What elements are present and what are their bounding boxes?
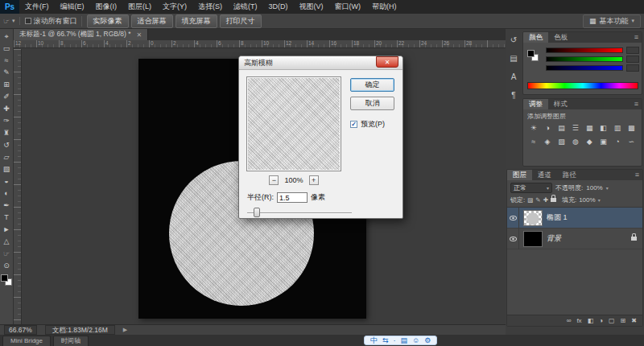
panel-menu-icon[interactable]: ≡ [631,99,642,109]
hand-tool[interactable]: ☞ [0,248,14,260]
layer-row-background[interactable]: 背景 [507,229,642,249]
menu-item[interactable]: 视图(V) [294,0,329,14]
red-value-field[interactable] [626,47,639,54]
view-option-button[interactable]: 打印尺寸 [220,14,262,28]
path-selection-tool[interactable]: ► [0,224,14,236]
view-option-button[interactable]: 填充屏幕 [175,14,217,28]
adjustment-icon[interactable]: ☀ [526,123,540,134]
preview-option[interactable]: ✓ 预览(P) [350,119,393,130]
panel-tab[interactable]: 路径 [557,170,582,180]
layer-style-icon[interactable]: fx [576,315,581,326]
menu-item[interactable]: 文件(F) [19,0,55,14]
workspace-switcher[interactable]: ▦ 基本功能 ▾ [583,14,641,28]
gradient-tool[interactable]: ▧ [0,163,14,175]
opacity-value[interactable]: 100% [586,184,602,192]
pen-tool[interactable]: ✒ [0,200,14,212]
adjustment-icon[interactable]: ◍ [568,137,582,147]
move-tool[interactable]: ⌖ [0,31,14,43]
menu-item[interactable]: 滤镜(T) [228,0,263,14]
eraser-tool[interactable]: ▱ [0,151,14,163]
lock-all-icon[interactable] [551,198,556,202]
zoom-in-button[interactable]: + [309,175,319,185]
foreground-color-swatch[interactable] [1,274,8,282]
adjustment-layer-icon[interactable]: ◑ [599,315,603,326]
close-icon[interactable]: ✕ [137,31,142,39]
menu-item[interactable]: 图层(L) [122,0,157,14]
slider-handle[interactable] [254,208,260,217]
quick-selection-tool[interactable]: ✎ [0,67,14,79]
zoom-level-field[interactable]: 66.67% [4,325,37,335]
panel-tab[interactable]: 图层 [507,170,532,180]
clone-stamp-tool[interactable]: ♜ [0,127,14,139]
panel-tab[interactable]: 通道 [532,170,557,180]
group-icon[interactable]: ▢ [609,315,615,326]
eyedropper-tool[interactable]: ✐ [0,91,14,103]
menu-item[interactable]: 文字(Y) [157,0,192,14]
adjustment-icon[interactable]: ▣ [597,137,610,147]
zoom-tool[interactable]: ⊙ [0,260,14,272]
adjustment-icon[interactable]: ◑ [540,123,554,134]
ime-settings-icon[interactable]: ⚙ [424,336,431,345]
adjustment-icon[interactable]: ☰ [568,123,582,134]
ime-keyboard-icon[interactable]: ▤ [401,336,408,345]
visibility-toggle[interactable] [507,229,519,249]
history-brush-tool[interactable]: ↺ [0,139,14,151]
blur-preview-area[interactable] [246,76,341,171]
green-slider-ramp[interactable] [546,56,623,62]
new-layer-icon[interactable]: ⊞ [621,315,626,326]
spectrum-ramp[interactable] [527,82,638,89]
panel-color-swatches[interactable] [527,50,539,61]
adjustment-icon[interactable]: ▦ [583,123,597,134]
adjustment-icon[interactable]: ∽ [625,137,638,147]
lasso-tool[interactable]: ≈ [0,55,14,67]
blend-mode-select[interactable]: 正常 ▾ [510,183,552,193]
crop-tool[interactable]: ⊞ [0,79,14,91]
type-tool[interactable]: T [0,212,14,224]
tool-preset-picker[interactable]: ☞ ▾ [3,17,20,25]
layer-mask-icon[interactable]: ◧ [588,315,594,326]
zoom-out-button[interactable]: − [269,175,279,185]
menu-item[interactable]: 选择(S) [192,0,228,14]
adjustment-icon[interactable]: ≈ [526,137,540,147]
layer-name[interactable]: 椭圆 1 [547,212,640,223]
layer-row-ellipse[interactable]: 椭圆 1 [507,208,642,229]
delete-layer-icon[interactable]: ✖ [631,315,637,326]
adjustment-icon[interactable]: ◆ [583,137,597,147]
ime-emoji-icon[interactable]: ☺ [412,336,419,345]
layer-name[interactable]: 背景 [547,233,627,244]
visibility-toggle[interactable] [507,208,519,229]
brush-tool[interactable]: ✑ [0,115,14,127]
adjustment-icon[interactable]: ◧ [597,123,610,134]
paragraph-panel-icon[interactable]: ¶ [511,91,515,100]
scroll-all-windows-checkbox[interactable] [25,18,31,24]
panel-tab[interactable]: 调整 [523,99,548,109]
menu-item[interactable]: 图像(I) [90,0,123,14]
color-swatches[interactable] [1,274,12,286]
radius-input[interactable] [277,192,308,203]
adjustment-icon[interactable]: ◈ [540,137,554,147]
adjustment-icon[interactable]: ▥ [610,123,624,134]
marquee-tool[interactable]: ▭ [0,43,14,55]
panel-menu-icon[interactable]: ≡ [632,170,642,180]
history-panel-icon[interactable]: ↺ [510,35,517,44]
scroll-all-windows-option[interactable]: 滚动所有窗口 [25,16,82,27]
panel-tab[interactable]: 颜色 [523,32,548,43]
panel-tab[interactable]: 样式 [548,99,573,109]
lock-option-icon[interactable]: ✎ [535,196,540,204]
lock-option-icon[interactable]: ✚ [543,196,548,204]
character-panel-icon[interactable]: A [511,72,517,81]
status-menu-arrow-icon[interactable]: ▶ [123,327,127,333]
foreground-color-swatch[interactable] [527,50,535,57]
slider-track[interactable] [247,212,352,214]
blur-tool[interactable]: ◒ [0,175,14,187]
view-option-button[interactable]: 适合屏幕 [131,14,173,28]
blue-value-field[interactable] [626,64,639,72]
ime-chinese-icon[interactable]: 中 [370,336,378,345]
panel-menu-icon[interactable]: ≡ [631,32,642,43]
mini-bridge-tab[interactable]: Mini Bridge [2,336,51,346]
ime-punctuation-icon[interactable]: · [394,336,396,345]
adjustment-icon[interactable]: ▤ [555,123,568,134]
properties-panel-icon[interactable]: ▤ [510,54,517,63]
lock-option-icon[interactable]: ▨ [527,196,533,204]
dodge-tool[interactable]: ◐ [0,187,14,200]
